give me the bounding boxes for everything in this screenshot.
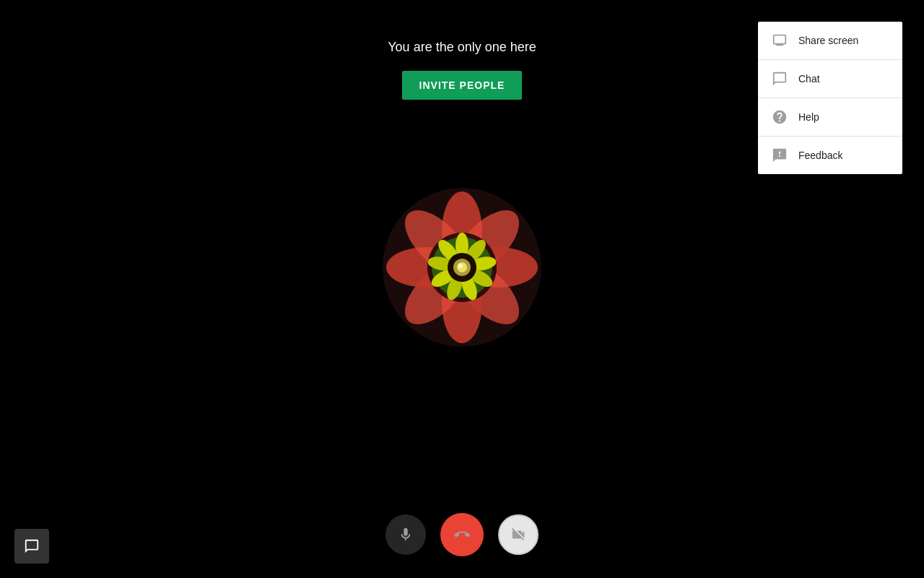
chat-icon <box>771 70 788 87</box>
video-button[interactable] <box>498 514 539 555</box>
menu-item-help[interactable]: Help <box>758 98 902 137</box>
svg-point-23 <box>458 264 463 268</box>
mic-icon <box>398 527 414 543</box>
menu-label-feedback: Feedback <box>798 150 842 161</box>
main-area: You are the only one here INVITE PEOPLE <box>0 0 924 578</box>
menu-item-feedback[interactable]: Feedback <box>758 137 902 174</box>
video-off-icon <box>510 527 526 543</box>
menu-item-share-screen[interactable]: Share screen <box>758 22 902 60</box>
menu-item-chat[interactable]: Chat <box>758 60 902 98</box>
mic-button[interactable] <box>385 514 426 555</box>
dropdown-menu: Share screen Chat Help <box>758 22 902 174</box>
menu-label-chat: Chat <box>798 73 820 85</box>
chat-bubble-icon <box>24 538 40 554</box>
end-call-icon <box>454 527 470 543</box>
bottom-controls <box>385 513 539 556</box>
menu-label-share-screen: Share screen <box>798 35 858 46</box>
monitor-icon <box>771 32 788 49</box>
feedback-icon <box>771 147 788 164</box>
status-text: You are the only one here <box>388 40 536 55</box>
menu-label-help: Help <box>798 111 819 123</box>
user-avatar <box>383 188 541 347</box>
end-call-button[interactable] <box>440 513 484 556</box>
invite-people-button[interactable]: INVITE PEOPLE <box>402 71 523 100</box>
bottom-chat-button[interactable] <box>14 529 49 564</box>
help-icon <box>771 108 788 126</box>
